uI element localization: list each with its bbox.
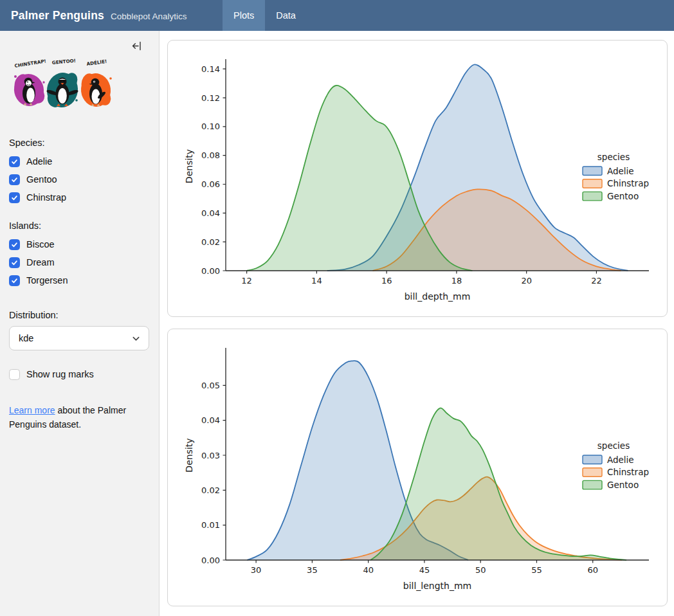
check-icon	[11, 277, 18, 284]
svg-text:Chinstrap: Chinstrap	[607, 467, 649, 477]
svg-text:30: 30	[251, 565, 262, 575]
svg-text:18: 18	[451, 276, 462, 285]
svg-text:0.10: 0.10	[201, 122, 220, 131]
checkbox-box[interactable]	[9, 275, 20, 286]
svg-text:50: 50	[475, 565, 486, 575]
checkbox-adelie[interactable]: Adelie	[9, 152, 149, 170]
svg-text:40: 40	[363, 565, 374, 575]
svg-text:bill_length_mm: bill_length_mm	[403, 581, 471, 591]
checkbox-box[interactable]	[9, 369, 20, 380]
svg-text:0.02: 0.02	[201, 485, 220, 495]
svg-text:12: 12	[241, 276, 252, 285]
islands-group-label: Islands:	[9, 221, 149, 231]
svg-text:bill_depth_mm: bill_depth_mm	[405, 291, 471, 302]
checkbox-box[interactable]	[9, 156, 20, 167]
content: CHINSTRAP! GENTOO! ADÉLIE! Species: Adel…	[0, 31, 674, 616]
dataset-note: Learn more about the Palmer Penguins dat…	[9, 404, 138, 431]
distribution-select[interactable]: kde	[9, 326, 149, 350]
islands-checkbox-group: Biscoe Dream Torgersen	[9, 235, 149, 289]
svg-text:Gentoo: Gentoo	[607, 191, 639, 201]
bill-length-chart-card: 303540455055600.000.010.020.030.040.05bi…	[167, 329, 668, 606]
svg-text:16: 16	[381, 276, 392, 285]
svg-text:45: 45	[419, 565, 430, 575]
svg-text:species: species	[597, 152, 630, 162]
app-title: Palmer Penguins	[11, 9, 104, 23]
bill-length-kde-chart: 303540455055600.000.010.020.030.040.05bi…	[168, 329, 667, 606]
svg-text:0.04: 0.04	[201, 415, 220, 425]
svg-text:22: 22	[591, 276, 602, 285]
collapse-sidebar-icon	[131, 41, 142, 51]
species-group-label: Species:	[9, 138, 149, 148]
collapse-sidebar-button[interactable]	[130, 39, 143, 55]
checkbox-gentoo[interactable]: Gentoo	[9, 170, 149, 188]
distribution-select-value: kde	[19, 333, 33, 343]
tab-data[interactable]: Data	[265, 0, 307, 31]
checkbox-show-rug-marks[interactable]: Show rug marks	[9, 365, 149, 383]
svg-text:Adelie: Adelie	[607, 166, 634, 176]
learn-more-link[interactable]: Learn more	[9, 405, 55, 415]
svg-text:species: species	[597, 440, 630, 451]
app-subtitle: Cobblepot Analytics	[111, 12, 187, 21]
adelie-label: ADÉLIE!	[86, 59, 107, 67]
nav-tabs: Plots Data	[223, 0, 307, 31]
checkbox-dream[interactable]: Dream	[9, 253, 149, 271]
svg-text:Density: Density	[184, 149, 194, 183]
svg-text:0.02: 0.02	[201, 237, 220, 247]
svg-text:Chinstrap: Chinstrap	[607, 178, 649, 188]
svg-text:Gentoo: Gentoo	[607, 480, 639, 490]
gentoo-label: GENTOO!	[51, 58, 76, 66]
brand: Palmer Penguins Cobblepot Analytics	[0, 0, 223, 31]
svg-text:0.04: 0.04	[201, 208, 220, 218]
checkbox-torgersen[interactable]: Torgersen	[9, 271, 149, 289]
check-icon	[11, 194, 18, 201]
penguins-artwork: CHINSTRAP! GENTOO! ADÉLIE!	[10, 57, 149, 116]
svg-text:Adelie: Adelie	[607, 455, 634, 465]
svg-text:55: 55	[531, 565, 542, 575]
chevron-down-icon	[132, 334, 140, 343]
checkbox-box[interactable]	[9, 192, 20, 203]
svg-text:0.00: 0.00	[201, 556, 220, 565]
svg-text:0.03: 0.03	[201, 451, 220, 460]
svg-text:0.08: 0.08	[201, 150, 220, 160]
checkbox-box[interactable]	[9, 257, 20, 268]
svg-text:14: 14	[311, 276, 322, 285]
sidebar: CHINSTRAP! GENTOO! ADÉLIE! Species: Adel…	[0, 31, 159, 616]
svg-text:0.01: 0.01	[201, 520, 220, 530]
navbar: Palmer Penguins Cobblepot Analytics Plot…	[0, 0, 674, 31]
svg-text:0.14: 0.14	[201, 64, 220, 74]
check-icon	[11, 259, 18, 266]
svg-text:35: 35	[307, 565, 318, 575]
checkbox-box[interactable]	[9, 174, 20, 185]
checkbox-biscoe[interactable]: Biscoe	[9, 235, 149, 253]
check-icon	[11, 158, 18, 165]
svg-text:Density: Density	[184, 438, 194, 472]
bill-depth-chart-card: 1214161820220.000.020.040.060.080.100.12…	[167, 40, 668, 317]
species-checkbox-group: Adelie Gentoo Chinstrap	[9, 152, 149, 206]
check-icon	[11, 241, 18, 248]
bill-depth-kde-chart: 1214161820220.000.020.040.060.080.100.12…	[168, 41, 667, 316]
main-panel: 1214161820220.000.020.040.060.080.100.12…	[159, 31, 674, 616]
app-window: Palmer Penguins Cobblepot Analytics Plot…	[0, 0, 674, 616]
svg-text:0.06: 0.06	[201, 179, 220, 189]
distribution-label: Distribution:	[9, 310, 149, 320]
svg-text:60: 60	[587, 565, 598, 575]
svg-text:0.12: 0.12	[201, 93, 220, 103]
svg-text:20: 20	[521, 276, 532, 285]
checkbox-chinstrap[interactable]: Chinstrap	[9, 188, 149, 206]
chinstrap-label: CHINSTRAP!	[14, 58, 46, 69]
check-icon	[11, 176, 18, 183]
svg-text:0.00: 0.00	[201, 266, 220, 276]
svg-text:0.05: 0.05	[201, 381, 220, 390]
tab-plots[interactable]: Plots	[223, 0, 265, 31]
checkbox-box[interactable]	[9, 239, 20, 250]
